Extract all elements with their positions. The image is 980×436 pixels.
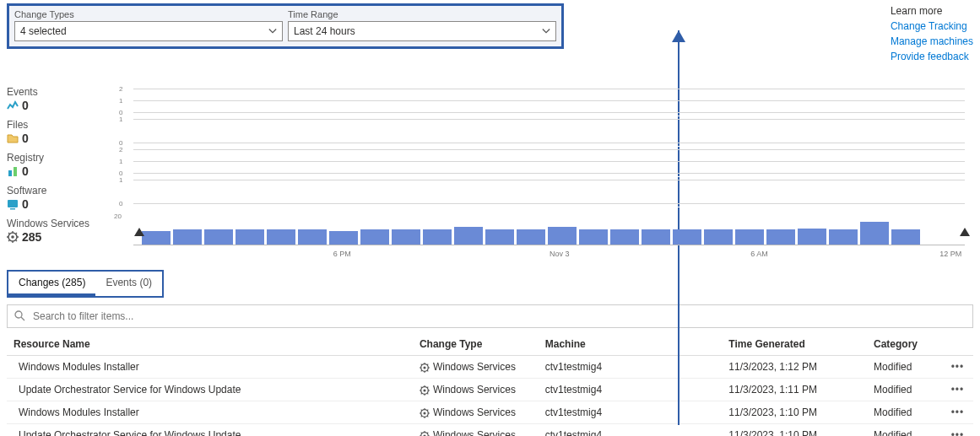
bar[interactable] bbox=[423, 229, 452, 245]
col-time[interactable]: Time Generated bbox=[722, 333, 867, 356]
x-axis: 6 PM Nov 3 6 AM 12 PM bbox=[133, 250, 980, 261]
col-change-type[interactable]: Change Type bbox=[413, 333, 539, 356]
tab-events[interactable]: Events (0) bbox=[95, 272, 162, 296]
services-ylabel: 20 bbox=[114, 213, 122, 220]
link-provide-feedback[interactable]: Provide feedback bbox=[891, 49, 973, 64]
learn-more-header: Learn more bbox=[891, 5, 973, 17]
cell-machine: ctv1testmig4 bbox=[539, 356, 723, 379]
table-row[interactable]: Update Orchestrator Service for Windows … bbox=[7, 424, 973, 437]
table-row[interactable]: Windows Modules InstallerWindows Service… bbox=[7, 356, 973, 379]
events-icon bbox=[7, 100, 19, 111]
link-manage-machines[interactable]: Manage machines bbox=[891, 34, 973, 49]
bar[interactable] bbox=[329, 231, 358, 245]
cell-category: Modified bbox=[867, 424, 945, 437]
cell-change-type: Windows Services bbox=[413, 424, 539, 437]
row-actions-button[interactable]: ••• bbox=[945, 379, 973, 401]
bar[interactable] bbox=[579, 229, 608, 245]
bar[interactable] bbox=[860, 222, 889, 245]
cell-change-type: Windows Services bbox=[413, 379, 539, 401]
software-label: Software bbox=[7, 185, 104, 196]
change-types-dropdown[interactable]: 4 selected bbox=[14, 21, 283, 41]
ylabel: 1 bbox=[119, 96, 122, 104]
bar[interactable] bbox=[236, 229, 264, 245]
ylabel: 2 bbox=[119, 84, 122, 92]
bar[interactable] bbox=[454, 227, 483, 245]
row-actions-button[interactable]: ••• bbox=[945, 401, 973, 424]
changes-table: Resource Name Change Type Machine Time G… bbox=[7, 333, 973, 436]
time-range-dropdown[interactable]: Last 24 hours bbox=[288, 21, 556, 41]
services-count: 285 bbox=[22, 230, 41, 244]
bar[interactable] bbox=[735, 229, 764, 245]
xtick: 6 AM bbox=[750, 250, 768, 258]
cell-machine: ctv1testmig4 bbox=[539, 401, 723, 424]
events-chart[interactable]: 012 bbox=[104, 86, 973, 116]
bar[interactable] bbox=[485, 229, 514, 245]
change-types-value: 4 selected bbox=[20, 25, 67, 37]
cell-time: 11/3/2023, 1:12 PM bbox=[722, 356, 867, 379]
ylabel: 1 bbox=[119, 157, 122, 164]
cell-time: 11/3/2023, 1:10 PM bbox=[722, 424, 867, 437]
bar[interactable] bbox=[204, 229, 233, 245]
learn-more-panel: Learn more Change Tracking Manage machin… bbox=[891, 3, 973, 64]
registry-chart[interactable]: 012 bbox=[104, 147, 973, 177]
registry-count: 0 bbox=[22, 164, 29, 178]
row-actions-button[interactable]: ••• bbox=[945, 356, 973, 379]
bar[interactable] bbox=[642, 229, 670, 245]
events-count: 0 bbox=[22, 99, 29, 112]
cell-machine: ctv1testmig4 bbox=[539, 424, 723, 437]
bar[interactable] bbox=[891, 229, 920, 245]
events-label: Events bbox=[7, 86, 104, 98]
table-row[interactable]: Windows Modules InstallerWindows Service… bbox=[7, 401, 973, 424]
search-box[interactable] bbox=[7, 304, 973, 328]
col-category[interactable]: Category bbox=[867, 333, 945, 356]
table-row[interactable]: Update Orchestrator Service for Windows … bbox=[7, 379, 973, 401]
services-label: Windows Services bbox=[7, 218, 104, 229]
cell-category: Modified bbox=[867, 379, 945, 401]
tab-changes[interactable]: Changes (285) bbox=[8, 272, 95, 296]
cell-time: 11/3/2023, 1:10 PM bbox=[722, 401, 867, 424]
bar[interactable] bbox=[267, 229, 295, 245]
bar[interactable] bbox=[610, 229, 639, 245]
bar[interactable] bbox=[798, 229, 826, 245]
registry-icon bbox=[7, 165, 19, 177]
time-range-value: Last 24 hours bbox=[294, 25, 355, 37]
xtick: 12 PM bbox=[939, 250, 961, 258]
change-types-label: Change Types bbox=[14, 9, 283, 19]
bar[interactable] bbox=[298, 229, 327, 245]
chevron-down-icon bbox=[542, 27, 550, 35]
col-machine[interactable]: Machine bbox=[539, 333, 723, 356]
bar[interactable] bbox=[548, 227, 577, 245]
cell-machine: ctv1testmig4 bbox=[539, 379, 723, 401]
bar[interactable] bbox=[517, 229, 545, 245]
filters-panel: Change Types 4 selected Time Range Last … bbox=[7, 3, 564, 49]
cell-resource: Windows Modules Installer bbox=[7, 401, 413, 424]
cell-category: Modified bbox=[867, 356, 945, 379]
search-input[interactable] bbox=[31, 310, 966, 323]
bar[interactable] bbox=[173, 229, 202, 245]
bar[interactable] bbox=[829, 229, 858, 245]
files-label: Files bbox=[7, 119, 104, 131]
search-icon bbox=[14, 310, 26, 322]
range-end-handle[interactable] bbox=[960, 228, 970, 236]
bar[interactable] bbox=[766, 229, 795, 245]
files-chart[interactable]: 01 bbox=[104, 116, 973, 147]
folder-icon bbox=[7, 132, 19, 144]
link-change-tracking[interactable]: Change Tracking bbox=[891, 19, 973, 34]
software-chart[interactable]: 01 bbox=[104, 177, 973, 207]
bar[interactable] bbox=[142, 231, 171, 245]
files-count: 0 bbox=[22, 132, 29, 145]
ylabel: 1 bbox=[119, 175, 122, 183]
bar[interactable] bbox=[704, 229, 733, 245]
registry-label: Registry bbox=[7, 152, 104, 164]
cell-change-type: Windows Services bbox=[413, 401, 539, 424]
bar[interactable] bbox=[392, 229, 420, 245]
charts-area: 012 01 012 01 20 6 PM Nov 3 6 AM 12 PM bbox=[104, 86, 973, 261]
services-chart[interactable]: 20 bbox=[104, 207, 973, 248]
cell-category: Modified bbox=[867, 401, 945, 424]
range-start-handle[interactable] bbox=[134, 228, 144, 236]
cell-resource: Windows Modules Installer bbox=[7, 356, 413, 379]
bar[interactable] bbox=[673, 229, 701, 245]
bar[interactable] bbox=[360, 229, 389, 245]
col-resource[interactable]: Resource Name bbox=[7, 333, 413, 356]
row-actions-button[interactable]: ••• bbox=[945, 424, 973, 437]
